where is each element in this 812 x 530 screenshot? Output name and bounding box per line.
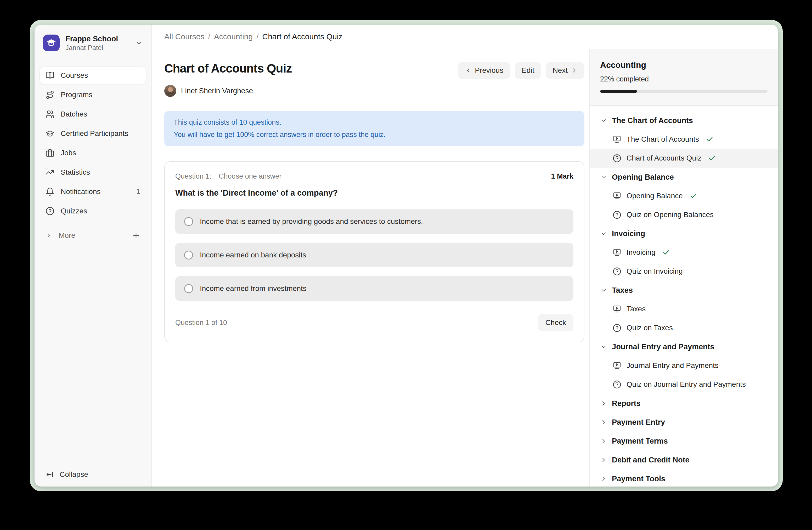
lesson-quiz-on-opening-balances[interactable]: Quiz on Opening Balances [590,205,778,224]
chapter-payment-terms[interactable]: Payment Terms [590,432,778,450]
check-button[interactable]: Check [538,314,574,331]
chapter-reports[interactable]: Reports [590,394,778,413]
sidebar-item-label: Quizzes [61,207,87,215]
sidebar-collapse-button[interactable]: Collapse [40,470,146,479]
lesson-quiz-on-taxes[interactable]: Quiz on Taxes [590,318,778,337]
sidebar-item-certified-participants[interactable]: Certified Participants [40,125,146,142]
sidebar-nav: Courses Programs Batches Certified Parti… [40,67,146,220]
breadcrumb-separator: / [208,32,210,41]
plus-icon[interactable] [132,231,140,240]
sidebar-more-toggle[interactable]: More [40,227,146,243]
question-instruction: Choose one answer [219,172,281,180]
course-progress-header: Accounting 22% completed [590,49,778,106]
users-icon [45,110,54,118]
previous-label: Previous [475,66,503,75]
chapter-label: The Chart of Accounts [612,116,693,125]
avatar [164,85,176,97]
lesson-label: Invoicing [626,248,655,256]
lesson-quiz-on-journal-entry-and-payments[interactable]: Quiz on Journal Entry and Payments [590,375,778,394]
left-sidebar: Frappe School Jannat Patel Courses Progr… [34,25,152,487]
lesson-quiz-on-invoicing[interactable]: Quiz on Invoicing [590,262,778,281]
answer-option-3[interactable]: Income earned from investments [175,276,574,301]
main-content: Chart of Accounts Quiz Previous Edit [152,49,589,487]
chapter-label: Journal Entry and Payments [612,343,714,351]
lesson-journal-entry-and-payments[interactable]: Journal Entry and Payments [590,356,778,375]
radio-button[interactable] [184,284,193,293]
previous-button[interactable]: Previous [458,62,510,79]
lesson-icon [613,135,621,144]
chapter-label: Opening Balance [612,173,674,181]
more-label: More [59,231,75,240]
chapter-payment-tools[interactable]: Payment Tools [590,469,778,487]
lesson-label: The Chart of Accounts [626,135,699,143]
workspace-switcher[interactable]: Frappe School Jannat Patel [40,31,146,55]
question-text: What is the 'Direct Income' of a company… [175,188,574,198]
chapter-taxes[interactable]: Taxes [590,281,778,299]
chevron-down-icon [600,117,607,124]
author-name: Linet Sherin Varghese [181,87,253,95]
sidebar-item-quizzes[interactable]: Quizzes [40,203,146,220]
breadcrumb-all-courses[interactable]: All Courses [164,32,204,41]
sidebar-item-notifications[interactable]: Notifications 1 [40,183,146,200]
screen: Frappe School Jannat Patel Courses Progr… [0,0,812,530]
main-column: All Courses / Accounting / Chart of Acco… [152,25,778,487]
sidebar-item-label: Statistics [61,168,90,177]
chapter-opening-balance[interactable]: Opening Balance [590,168,778,186]
trending-up-icon [45,168,54,177]
lesson-label: Quiz on Taxes [626,324,673,332]
chevron-left-icon [465,67,472,74]
sidebar-item-batches[interactable]: Batches [40,106,146,123]
quiz-card-footer: Question 1 of 10 Check [175,314,574,331]
lesson-invoicing[interactable]: Invoicing [590,243,778,262]
chevron-right-icon [571,67,578,74]
lesson-icon [613,248,621,257]
lesson-the-chart-of-accounts[interactable]: The Chart of Accounts [590,130,778,149]
radio-button[interactable] [184,217,193,226]
lesson-taxes[interactable]: Taxes [590,299,778,318]
quiz-icon [613,154,621,163]
course-title: Accounting [600,60,768,70]
edit-button[interactable]: Edit [515,62,541,79]
option-label: Income earned from investments [200,284,307,293]
next-label: Next [552,66,568,75]
lesson-label: Journal Entry and Payments [626,361,719,370]
sidebar-spacer [40,243,146,470]
quiz-card: Question 1: Choose one answer 1 Mark Wha… [164,161,584,342]
breadcrumb-accounting[interactable]: Accounting [214,32,253,41]
notification-count-badge: 1 [136,187,140,196]
app-window: Frappe School Jannat Patel Courses Progr… [34,25,778,487]
lesson-icon [613,361,621,370]
sidebar-item-label: Batches [61,110,87,118]
notice-line-1: This quiz consists of 10 questions. [174,118,575,126]
quiz-notice-banner: This quiz consists of 10 questions. You … [164,111,584,146]
sidebar-item-courses[interactable]: Courses [40,67,146,84]
chapter-label: Debit and Credit Note [612,456,689,464]
user-name: Jannat Patel [66,43,118,52]
window-frame: Frappe School Jannat Patel Courses Progr… [30,20,783,491]
lesson-chart-of-accounts-quiz[interactable]: Chart of Accounts Quiz [590,149,778,168]
sidebar-item-label: Certified Participants [61,129,128,138]
chapter-journal-entry-and-payments[interactable]: Journal Entry and Payments [590,337,778,356]
lesson-label: Opening Balance [626,192,683,200]
radio-button[interactable] [184,251,193,260]
sidebar-item-label: Programs [61,90,92,99]
answer-option-1[interactable]: Income that is earned by providing goods… [175,209,574,234]
answer-option-2[interactable]: Income earned on bank deposits [175,243,574,267]
answer-options: Income that is earned by providing goods… [175,209,574,301]
chapter-label: Payment Entry [612,418,665,427]
course-progress-fill [600,90,637,93]
chevron-down-icon [600,173,607,181]
chapter-payment-entry[interactable]: Payment Entry [590,413,778,432]
sidebar-item-jobs[interactable]: Jobs [40,144,146,162]
completed-check-icon [690,192,697,200]
sidebar-item-statistics[interactable]: Statistics [40,164,146,181]
chapter-debit-and-credit-note[interactable]: Debit and Credit Note [590,450,778,469]
lesson-opening-balance[interactable]: Opening Balance [590,186,778,205]
app-name: Frappe School [66,34,118,43]
option-label: Income earned on bank deposits [200,251,306,259]
next-button[interactable]: Next [546,62,584,79]
chapter-invoicing[interactable]: Invoicing [590,224,778,243]
sidebar-item-programs[interactable]: Programs [40,86,146,103]
collapse-arrow-icon [45,470,54,479]
chapter-the-chart-of-accounts[interactable]: The Chart of Accounts [590,111,778,130]
